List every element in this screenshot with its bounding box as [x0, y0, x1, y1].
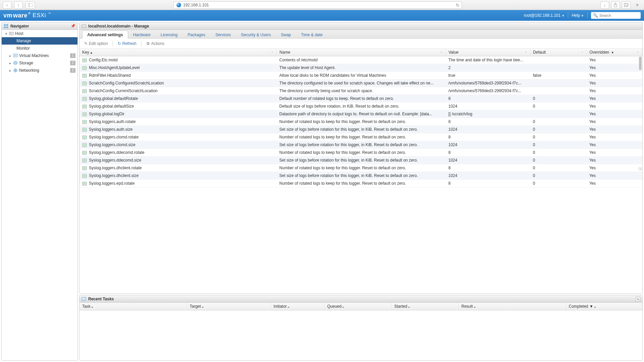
address-bar[interactable]: 192.168.1.101 ↻: [173, 1, 462, 9]
chevron-down-icon[interactable]: ⌄: [407, 304, 411, 309]
tabs-button[interactable]: [622, 1, 631, 9]
search-input[interactable]: [599, 13, 636, 17]
reload-icon[interactable]: ↻: [456, 3, 460, 8]
toolbar: ✎ Edit option ↻ Refresh ⚙ Actions: [79, 39, 642, 49]
setting-icon: [82, 58, 87, 62]
cell-default: 0: [530, 133, 587, 141]
expand-button[interactable]: ↘: [636, 297, 640, 301]
chevron-down-icon[interactable]: ⌄: [593, 304, 597, 309]
user-menu[interactable]: root@192.168.1.101▼: [524, 13, 565, 18]
table-row[interactable]: Syslog.loggers.ddecomd.rotateNumber of r…: [79, 149, 642, 157]
table-row[interactable]: ScratchConfig.ConfiguredScratchLocationT…: [79, 79, 642, 87]
disclose-icon[interactable]: ▸: [8, 69, 12, 72]
table-row[interactable]: Syslog.loggers.auth.sizeSet size of logs…: [79, 126, 642, 133]
pin-icon[interactable]: 📌: [71, 24, 75, 28]
tree-item-manage[interactable]: Manage: [2, 37, 77, 45]
sort-asc-icon: ▲: [90, 51, 93, 54]
table-row[interactable]: Syslog.loggers.clomd.sizeSet size of log…: [79, 141, 642, 149]
disclose-icon[interactable]: ▾: [4, 32, 8, 36]
table-row[interactable]: Syslog.loggers.dhclient.sizeSet size of …: [79, 172, 642, 180]
col-completed[interactable]: Completed ▼⌄: [566, 303, 642, 310]
cell-default: 0: [530, 149, 587, 157]
tab-packages[interactable]: Packages: [182, 31, 210, 39]
table-row[interactable]: Syslog.loggers.epd.rotateNumber of rotat…: [79, 180, 642, 187]
tree-item-host[interactable]: ▾ Host: [2, 30, 77, 37]
cell-value: 1024: [446, 103, 530, 110]
setting-icon: [82, 89, 87, 93]
grid-scroll[interactable]: Key▲⌄ Name⌄ Value⌄ Default⌄ Overridden ▼…: [79, 49, 642, 181]
col-queued[interactable]: Queued⌄: [324, 303, 391, 310]
col-started[interactable]: Started⌄: [391, 303, 459, 310]
chevron-down-icon[interactable]: ⌄: [525, 50, 527, 53]
browser-sidebar-button[interactable]: [25, 1, 35, 9]
tree-item-networking[interactable]: ▸ Networking 2: [2, 67, 77, 74]
table-row[interactable]: Syslog.loggers.ddecomd.sizeSet size of l…: [79, 157, 642, 164]
tab-licensing[interactable]: Licensing: [156, 31, 183, 39]
vertical-scrollbar[interactable]: [639, 57, 642, 177]
chevron-down-icon[interactable]: ⌄: [287, 304, 290, 309]
col-overridden[interactable]: Overridden ▼⌄: [587, 49, 642, 56]
chevron-down-icon[interactable]: ⌄: [440, 50, 443, 53]
table-row[interactable]: Syslog.global.defaultRotateDefault numbe…: [79, 95, 642, 103]
tab-time-date[interactable]: Time & date: [296, 31, 328, 39]
tab-services[interactable]: Services: [210, 31, 236, 39]
table-row[interactable]: RdmFilter.HbaIsSharedAllow local disks t…: [79, 72, 642, 79]
col-result[interactable]: Result⌄: [459, 303, 566, 310]
chevron-down-icon[interactable]: ⌄: [201, 304, 204, 309]
global-search[interactable]: 🔍: [591, 12, 641, 19]
resize-handle[interactable]: [638, 167, 642, 170]
disclose-icon[interactable]: ▸: [8, 61, 12, 65]
col-initiator[interactable]: Initiator⌄: [271, 303, 324, 310]
tab-swap[interactable]: Swap: [276, 31, 296, 39]
divider: [587, 12, 588, 18]
table-row[interactable]: ScratchConfig.CurrentScratchLocationThe …: [79, 87, 642, 95]
browser-forward-button[interactable]: ›: [14, 1, 23, 9]
table-row[interactable]: Syslog.loggers.clomd.rotateNumber of rot…: [79, 133, 642, 141]
col-value[interactable]: Value⌄: [446, 49, 530, 56]
table-row[interactable]: Misc.HostAgentUpdateLevelThe update leve…: [79, 64, 642, 72]
col-key[interactable]: Key▲⌄: [79, 49, 277, 56]
cell-value: 1024: [446, 126, 530, 133]
breadcrumb-text: localhost.localdomain - Manage: [88, 24, 149, 28]
browser-back-button[interactable]: ‹: [3, 1, 11, 9]
tree-item-monitor[interactable]: Monitor: [2, 45, 77, 52]
cell-overridden: Yes: [587, 126, 642, 133]
tree-item-vms[interactable]: ▸ Virtual Machines 1: [2, 52, 77, 59]
chevron-down-icon[interactable]: ⌄: [91, 304, 94, 309]
tab-advanced-settings[interactable]: Advanced settings: [82, 31, 128, 39]
chevron-down-icon[interactable]: ⌄: [271, 50, 274, 53]
chevron-down-icon[interactable]: ⌄: [473, 304, 476, 309]
table-row[interactable]: Syslog.loggers.dhclient.rotateNumber of …: [79, 164, 642, 172]
help-menu[interactable]: Help▼: [572, 13, 584, 18]
col-name[interactable]: Name⌄: [277, 49, 446, 56]
cell-overridden: Yes: [587, 157, 642, 164]
table-row[interactable]: Syslog.loggers.auth.rotateNumber of rota…: [79, 118, 642, 126]
chevron-down-icon[interactable]: ⌄: [637, 50, 639, 53]
tree-item-storage[interactable]: ▸ Storage 2: [2, 59, 77, 67]
tab-hardware[interactable]: Hardware: [128, 31, 156, 39]
actions-button: ⚙ Actions: [145, 41, 166, 47]
settings-grid: Key▲⌄ Name⌄ Value⌄ Default⌄ Overridden ▼…: [79, 49, 642, 171]
table-row[interactable]: Syslog.global.logDirDatastore path of di…: [79, 110, 642, 118]
scrollbar-thumb[interactable]: [639, 57, 642, 70]
svg-rect-5: [625, 3, 628, 6]
edit-label: Edit option: [89, 41, 108, 46]
share-button[interactable]: [611, 1, 620, 9]
disclose-icon[interactable]: ▸: [8, 54, 12, 58]
tab-security-users[interactable]: Security & Users: [236, 31, 276, 39]
col-default[interactable]: Default⌄: [530, 49, 587, 56]
cell-overridden: Yes: [587, 64, 642, 72]
col-task[interactable]: Task⌄: [79, 303, 187, 310]
new-tab-button[interactable]: +: [633, 2, 641, 8]
refresh-button[interactable]: ↻ Refresh: [116, 41, 138, 47]
table-row[interactable]: Config.Etc.motdContents of /etc/motdThe …: [79, 56, 642, 64]
cell-value: /vmfs/volumes/5769ded3-299f2934-f7c...: [446, 79, 530, 87]
col-target[interactable]: Target⌄: [187, 303, 271, 310]
cell-name: Allow local disks to be RDM candidates f…: [277, 72, 446, 79]
cell-default: 0: [530, 118, 587, 126]
table-row[interactable]: Syslog.global.defaultSizeDefault size of…: [79, 103, 642, 110]
download-button[interactable]: ↓: [600, 1, 609, 9]
chevron-down-icon[interactable]: ⌄: [341, 304, 345, 309]
setting-icon: [82, 97, 87, 101]
chevron-down-icon[interactable]: ⌄: [581, 50, 584, 53]
